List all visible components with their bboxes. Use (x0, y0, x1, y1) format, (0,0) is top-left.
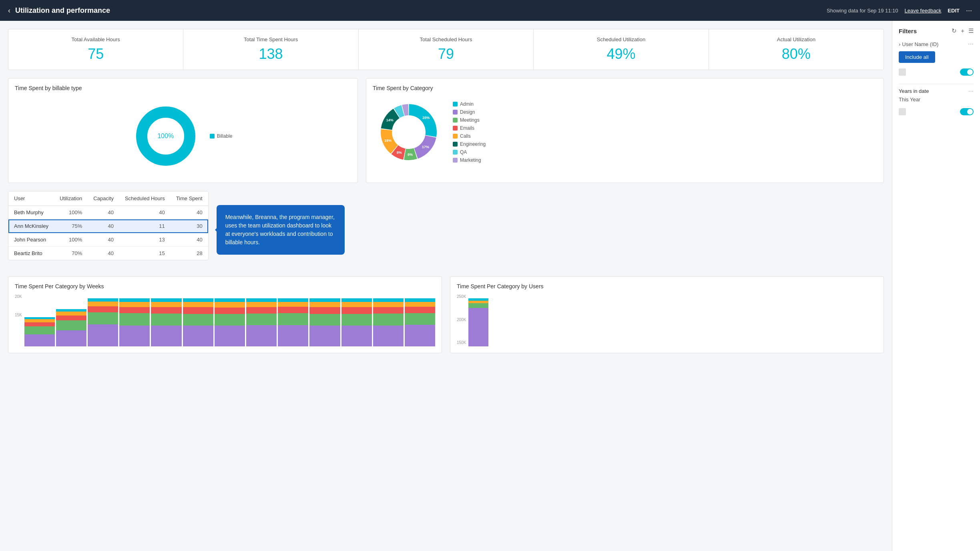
legend-admin: Admin (453, 101, 486, 107)
bar-segment-9-4 (309, 298, 340, 302)
bar-segment-11-1 (373, 314, 404, 325)
filter-menu-icon[interactable]: ☰ (968, 27, 974, 34)
bar-segment-1-0 (56, 330, 86, 346)
kpi-time-spent: Total Time Spent Hours 138 (183, 29, 358, 70)
filters-sidebar: Filters ↻ + ☰ › User Name (ID) ⋯ Include… (892, 21, 980, 551)
bar-segment-4-4 (151, 298, 181, 302)
bar-group-2 (88, 298, 118, 346)
kpi-sched-util-value: 49% (542, 46, 700, 62)
expand-icon: › (899, 41, 900, 47)
more-button[interactable]: ··· (966, 6, 972, 15)
feedback-link[interactable]: Leave feedback (905, 8, 942, 14)
bar-segment-12-1 (405, 313, 435, 325)
bar-group-3 (119, 298, 150, 346)
filter-dots-icon[interactable]: ⋯ (968, 41, 974, 47)
kpi-sched-util-label: Scheduled Utilization (542, 36, 700, 42)
bar-segment-10-2 (341, 307, 372, 314)
design-label: Design (460, 109, 475, 115)
refresh-icon[interactable]: ↻ (952, 27, 957, 34)
bar-segment-3-3 (119, 302, 150, 307)
billable-donut-container: 100% Billable (15, 96, 351, 176)
col-scheduled: Scheduled Hours (119, 191, 171, 206)
col-user: User (8, 191, 54, 206)
add-filter-icon[interactable]: + (961, 27, 964, 34)
charts-row: Time Spent by billable type 100% Billabl… (8, 78, 884, 183)
kpi-row: Total Available Hours 75 Total Time Spen… (8, 29, 884, 70)
tooltip-bubble: Meanwhile, Breanna, the program manager,… (217, 205, 345, 255)
bar-segment-12-4 (405, 298, 435, 302)
cell-capacity: 40 (88, 206, 119, 219)
bar-segment-10-1 (341, 314, 372, 326)
table-row[interactable]: Beth Murphy 100% 40 40 40 (8, 206, 208, 219)
bar-segment-9-3 (309, 302, 340, 307)
bar-chart-area (24, 298, 435, 346)
engineering-dot (453, 142, 458, 147)
kpi-scheduled-label: Total Scheduled Hours (367, 36, 525, 42)
bar-group-1 (56, 298, 86, 346)
kpi-scheduled-hours: Total Scheduled Hours 79 (359, 29, 534, 70)
cell-scheduled: 15 (119, 247, 171, 260)
kpi-available-label: Total Available Hours (16, 36, 175, 42)
category-chart-area: 28%17%8%8%16%14% Admin Design (373, 96, 877, 168)
billable-chart-title: Time Spent by billable type (15, 85, 351, 91)
calls-label: Calls (460, 133, 471, 139)
legend-qa: QA (453, 149, 486, 155)
bar-segment-5-4 (183, 298, 213, 302)
cell-time-spent: 40 (171, 233, 208, 247)
svg-text:14%: 14% (386, 118, 394, 122)
bar-segment-1-1 (56, 320, 86, 330)
calls-dot (453, 134, 458, 139)
table-row[interactable]: Beartiz Brito 70% 40 15 28 (8, 247, 208, 260)
bar-segment-6-2 (215, 308, 245, 314)
sidebar-header: Filters ↻ + ☰ (899, 27, 974, 34)
bar-segment-10-0 (341, 326, 372, 346)
years-toggle[interactable] (960, 108, 974, 115)
table-tooltip-row: User Utilization Capacity Scheduled Hour… (8, 191, 884, 268)
bar-segment-11-3 (373, 302, 404, 307)
bar-segment-7-4 (246, 298, 277, 302)
bar-group-7 (246, 298, 277, 346)
user-toggle-row (899, 67, 974, 77)
filter-name: User Name (ID) (902, 41, 938, 47)
user-name-filter-label[interactable]: › User Name (ID) ⋯ (899, 41, 974, 47)
bar-group-6 (215, 298, 245, 346)
users-chart: Time Spent Per Category by Users 250K 20… (450, 276, 884, 353)
showing-data-label: Showing data for Sep 19 11:10 (827, 8, 898, 14)
years-filter: Years in date ⋯ This Year (899, 88, 974, 117)
category-chart-section: Time Spent by Category 28%17%8%8%16%14% (366, 78, 884, 183)
billable-center-text: 100% (157, 133, 174, 140)
years-toggle-row (899, 107, 974, 117)
bar-segment-4-1 (151, 314, 181, 326)
table-row[interactable]: John Pearson 100% 40 13 40 (8, 233, 208, 247)
cell-time-spent: 40 (171, 206, 208, 219)
bar-segment-3-0 (119, 326, 150, 346)
col-utilization: Utilization (54, 191, 88, 206)
bar-group-0 (24, 298, 55, 346)
kpi-actual-util-value: 80% (717, 46, 876, 62)
bar-group-10 (341, 298, 372, 346)
col-time-spent: Time Spent (171, 191, 208, 206)
back-button[interactable]: ‹ (8, 6, 10, 15)
svg-text:8%: 8% (408, 153, 413, 157)
meetings-label: Meetings (460, 117, 480, 123)
years-dots-icon[interactable]: ⋯ (968, 88, 974, 94)
kpi-actual-util-label: Actual Utilization (717, 36, 876, 42)
bar-group-5 (183, 298, 213, 346)
weekly-chart: Time Spent Per Category by Weeks 20K 15K (8, 276, 442, 353)
bar-segment-2-2 (88, 306, 118, 312)
bar-segment-4-0 (151, 326, 181, 346)
header-right: Showing data for Sep 19 11:10 Leave feed… (827, 6, 972, 15)
donut-hole (395, 118, 423, 146)
include-all-button[interactable]: Include all (899, 51, 935, 63)
kpi-available-hours: Total Available Hours 75 (8, 29, 183, 70)
bar-segment-8-2 (278, 307, 308, 313)
weekly-chart-title: Time Spent Per Category by Weeks (15, 283, 435, 290)
user-toggle[interactable] (960, 68, 974, 76)
bar-segment-7-0 (246, 325, 277, 346)
cell-user: Beth Murphy (8, 206, 54, 219)
billable-chart-section: Time Spent by billable type 100% Billabl… (8, 78, 358, 183)
bar-segment-6-4 (215, 298, 245, 302)
edit-button[interactable]: EDIT (948, 8, 960, 14)
bar-group-11 (373, 298, 404, 346)
table-row[interactable]: Ann McKinsley 75% 40 11 30 (8, 219, 208, 233)
